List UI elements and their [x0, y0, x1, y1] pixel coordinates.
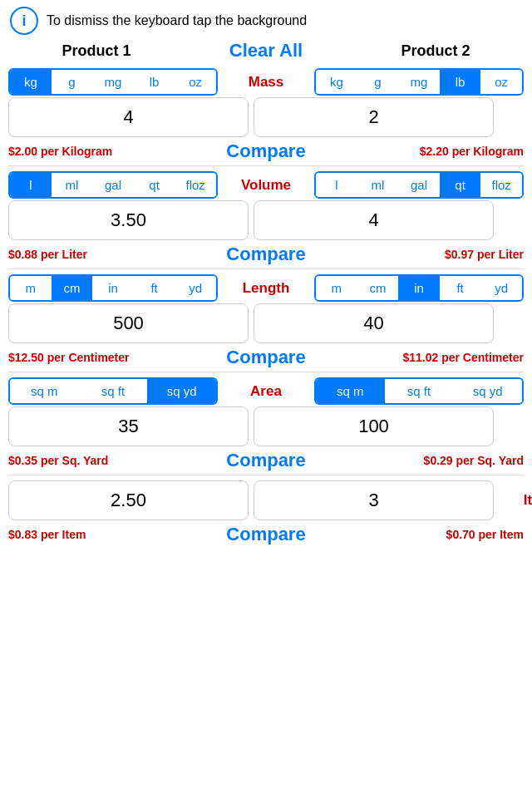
area-p1-price[interactable] — [8, 406, 249, 446]
unit-btn-yd[interactable]: yd — [175, 276, 216, 300]
unit-btn-g[interactable]: g — [357, 70, 399, 94]
items-price2: $0.70 per Item — [341, 528, 524, 541]
divider-mass — [8, 165, 524, 166]
unit-btn-sq-m[interactable]: sq m — [316, 379, 385, 403]
mass-p1-price[interactable] — [8, 97, 249, 137]
unit-btn-cm[interactable]: cm — [357, 276, 399, 300]
unit-btn-m[interactable]: m — [10, 276, 52, 300]
length-section: mcminftyd Length mcminftyd — [0, 271, 532, 345]
mass-label: Mass — [224, 74, 308, 91]
volume-p1-values — [8, 200, 494, 240]
unit-btn-mg[interactable]: mg — [92, 70, 134, 94]
unit-btn-sq-m[interactable]: sq m — [10, 379, 79, 403]
volume-price2: $0.97 per Liter — [341, 248, 524, 261]
unit-btn-mg[interactable]: mg — [398, 70, 440, 94]
unit-btn-ft[interactable]: ft — [134, 276, 175, 300]
items-compare-button[interactable]: Compare — [226, 524, 305, 545]
area-values-row — [8, 406, 524, 446]
info-icon[interactable]: i — [10, 7, 38, 35]
unit-btn-kg[interactable]: kg — [10, 70, 52, 94]
items-price-row: $0.83 per Item Compare $0.70 per Item — [0, 522, 532, 547]
length-compare-button[interactable]: Compare — [226, 347, 305, 368]
mass-price2: $2.20 per Kilogram — [341, 145, 524, 158]
items-p1-qty[interactable] — [254, 480, 494, 520]
mass-price1: $2.00 per Kilogram — [8, 145, 191, 158]
length-price1: $12.50 per Centimeter — [8, 351, 191, 364]
unit-btn-qt[interactable]: qt — [134, 173, 175, 197]
mass-values-row — [8, 97, 524, 137]
product-header: Product 1 Clear All Product 2 — [0, 38, 532, 65]
dismiss-text: To dismiss the keyboard tap the backgrou… — [47, 13, 307, 28]
mass-section: kggmglboz Mass kggmglboz — [0, 65, 532, 139]
unit-btn-ml[interactable]: ml — [357, 173, 399, 197]
unit-btn-lb[interactable]: lb — [134, 70, 175, 94]
area-price2: $0.29 per Sq. Yard — [341, 454, 524, 467]
length-price2: $11.02 per Centimeter — [341, 351, 524, 364]
volume-price-row: $0.88 per Liter Compare $0.97 per Liter — [0, 242, 532, 267]
unit-btn-gal[interactable]: gal — [398, 173, 440, 197]
mass-compare-button[interactable]: Compare — [226, 140, 305, 162]
area-p1-qty[interactable] — [254, 406, 494, 446]
header: i To dismiss the keyboard tap the backgr… — [0, 0, 532, 38]
length-p1-values — [8, 303, 494, 343]
area-section: sq msq ftsq yd Area sq msq ftsq yd — [0, 374, 532, 448]
unit-btn-lb[interactable]: lb — [440, 70, 481, 94]
area-label: Area — [224, 383, 308, 400]
unit-btn-yd[interactable]: yd — [480, 276, 522, 300]
unit-btn-oz[interactable]: oz — [175, 70, 216, 94]
length-price-row: $12.50 per Centimeter Compare $11.02 per… — [0, 345, 532, 370]
mass-p1-qty[interactable] — [254, 97, 494, 137]
area-price1: $0.35 per Sq. Yard — [8, 454, 191, 467]
mass-p1-values — [8, 97, 494, 137]
unit-btn-l[interactable]: l — [10, 173, 52, 197]
unit-btn-in[interactable]: in — [92, 276, 134, 300]
unit-btn-floz[interactable]: floz — [175, 173, 216, 197]
area-unit-selector-p1: sq msq ftsq yd — [8, 377, 218, 405]
unit-btn-g[interactable]: g — [52, 70, 93, 94]
unit-btn-floz[interactable]: floz — [480, 173, 522, 197]
length-p1-qty[interactable] — [254, 303, 494, 343]
unit-btn-oz[interactable]: oz — [480, 70, 522, 94]
unit-btn-sq-ft[interactable]: sq ft — [385, 379, 454, 403]
length-unit-row: mcminftyd Length mcminftyd — [8, 274, 524, 302]
divider-length — [8, 372, 524, 372]
unit-btn-cm[interactable]: cm — [52, 276, 93, 300]
clear-all-button[interactable]: Clear All — [229, 40, 303, 62]
divider-volume — [8, 268, 524, 269]
area-price-row: $0.35 per Sq. Yard Compare $0.29 per Sq.… — [0, 448, 532, 473]
area-compare-button[interactable]: Compare — [226, 450, 305, 471]
product1-title: Product 1 — [13, 42, 180, 60]
unit-btn-sq-yd[interactable]: sq yd — [453, 379, 522, 403]
volume-values-row — [8, 200, 524, 240]
unit-btn-gal[interactable]: gal — [92, 173, 134, 197]
unit-btn-ml[interactable]: ml — [52, 173, 93, 197]
unit-btn-sq-ft[interactable]: sq ft — [79, 379, 148, 403]
unit-btn-l[interactable]: l — [316, 173, 357, 197]
unit-btn-kg[interactable]: kg — [316, 70, 357, 94]
unit-btn-sq-yd[interactable]: sq yd — [147, 379, 216, 403]
divider-area — [8, 475, 524, 475]
area-unit-row: sq msq ftsq yd Area sq msq ftsq yd — [8, 377, 524, 405]
volume-price1: $0.88 per Liter — [8, 248, 191, 261]
mass-price-row: $2.00 per Kilogram Compare $2.20 per Kil… — [0, 139, 532, 164]
volume-unit-selector-p1: lmlgalqtfloz — [8, 171, 218, 199]
items-section: Items — [0, 477, 532, 522]
mass-unit-selector-p1: kggmglboz — [8, 68, 218, 96]
area-unit-selector-p2: sq msq ftsq yd — [314, 377, 524, 405]
product2-title: Product 2 — [352, 42, 519, 60]
unit-btn-qt[interactable]: qt — [440, 173, 481, 197]
volume-p1-qty[interactable] — [254, 200, 494, 240]
volume-section: lmlgalqtfloz Volume lmlgalqtfloz — [0, 168, 532, 242]
items-p1-price[interactable] — [8, 480, 249, 520]
unit-btn-ft[interactable]: ft — [440, 276, 481, 300]
length-p1-price[interactable] — [8, 303, 249, 343]
length-values-row — [8, 303, 524, 343]
volume-compare-button[interactable]: Compare — [226, 244, 305, 265]
volume-p1-price[interactable] — [8, 200, 249, 240]
unit-btn-m[interactable]: m — [316, 276, 357, 300]
unit-btn-in[interactable]: in — [398, 276, 440, 300]
items-label: Items — [500, 492, 532, 509]
area-p1-values — [8, 406, 494, 446]
volume-unit-row: lmlgalqtfloz Volume lmlgalqtfloz — [8, 171, 524, 199]
volume-label: Volume — [224, 177, 308, 194]
